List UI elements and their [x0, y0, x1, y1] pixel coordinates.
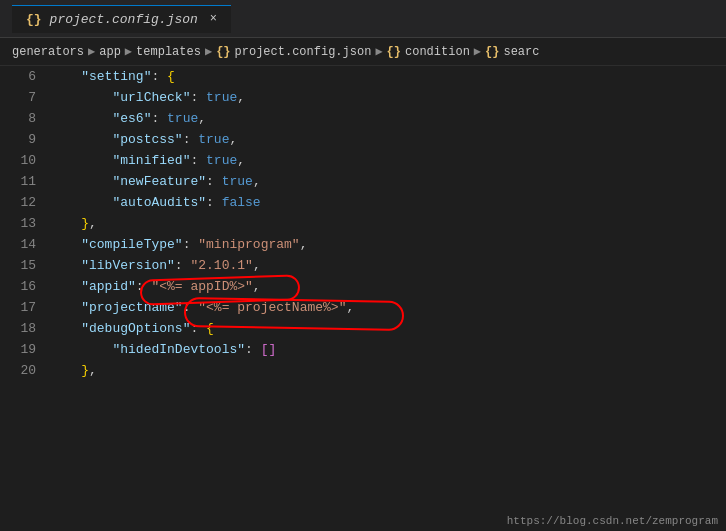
tab-filename: project.config.json: [50, 12, 198, 27]
line-num-6: 6: [0, 66, 46, 87]
code-line-18: "debugOptions": {: [50, 318, 722, 339]
editor-tab[interactable]: {} project.config.json ×: [12, 5, 231, 33]
line-num-12: 12: [0, 192, 46, 213]
code-line-20: },: [50, 360, 722, 381]
line-num-13: 13: [0, 213, 46, 234]
json-file-icon: {}: [26, 12, 42, 27]
code-line-15: "libVersion": "2.10.1",: [50, 255, 722, 276]
breadcrumb-condition[interactable]: condition: [405, 45, 470, 59]
breadcrumb-templates[interactable]: templates: [136, 45, 201, 59]
tab-close-button[interactable]: ×: [210, 12, 217, 26]
code-area[interactable]: "setting": { "urlCheck": true, "es6": tr…: [46, 66, 726, 531]
code-line-17: "projectname": "<%= projectName%>",: [50, 297, 722, 318]
breadcrumb-sep-1: ▶: [88, 44, 95, 59]
line-num-8: 8: [0, 108, 46, 129]
breadcrumb-app[interactable]: app: [99, 45, 121, 59]
breadcrumb-sep-5: ▶: [474, 44, 481, 59]
code-line-7: "urlCheck": true,: [50, 87, 722, 108]
breadcrumb-generators[interactable]: generators: [12, 45, 84, 59]
breadcrumb-json-icon-2: {}: [387, 45, 401, 59]
line-num-14: 14: [0, 234, 46, 255]
code-line-9: "postcss": true,: [50, 129, 722, 150]
code-line-14: "compileType": "miniprogram",: [50, 234, 722, 255]
breadcrumb-sep-2: ▶: [125, 44, 132, 59]
line-num-15: 15: [0, 255, 46, 276]
code-line-13: },: [50, 213, 722, 234]
breadcrumb-config[interactable]: project.config.json: [235, 45, 372, 59]
line-num-9: 9: [0, 129, 46, 150]
line-num-18: 18: [0, 318, 46, 339]
code-line-6: "setting": {: [50, 66, 722, 87]
line-num-19: 19: [0, 339, 46, 360]
title-bar: {} project.config.json ×: [0, 0, 726, 38]
line-num-10: 10: [0, 150, 46, 171]
line-num-20: 20: [0, 360, 46, 381]
line-numbers-gutter: 6 7 8 9 10 11 12 13 14 15 16 17 18 19 20: [0, 66, 46, 531]
breadcrumb-sep-3: ▶: [205, 44, 212, 59]
line-num-7: 7: [0, 87, 46, 108]
code-line-12: "autoAudits": false: [50, 192, 722, 213]
code-line-11: "newFeature": true,: [50, 171, 722, 192]
breadcrumb-sep-4: ▶: [375, 44, 382, 59]
code-line-19: "hidedInDevtools": []: [50, 339, 722, 360]
breadcrumb-json-icon-3: {}: [485, 45, 499, 59]
code-line-10: "minified": true,: [50, 150, 722, 171]
breadcrumb-json-icon-1: {}: [216, 45, 230, 59]
line-num-11: 11: [0, 171, 46, 192]
code-line-8: "es6": true,: [50, 108, 722, 129]
watermark: https://blog.csdn.net/zemprogram: [507, 515, 718, 527]
breadcrumb-searc[interactable]: searc: [503, 45, 539, 59]
line-num-17: 17: [0, 297, 46, 318]
breadcrumb: generators ▶ app ▶ templates ▶ {} projec…: [0, 38, 726, 66]
code-line-16: "appid": "<%= appID%>",: [50, 276, 722, 297]
line-num-16: 16: [0, 276, 46, 297]
editor-area: 6 7 8 9 10 11 12 13 14 15 16 17 18 19 20…: [0, 66, 726, 531]
